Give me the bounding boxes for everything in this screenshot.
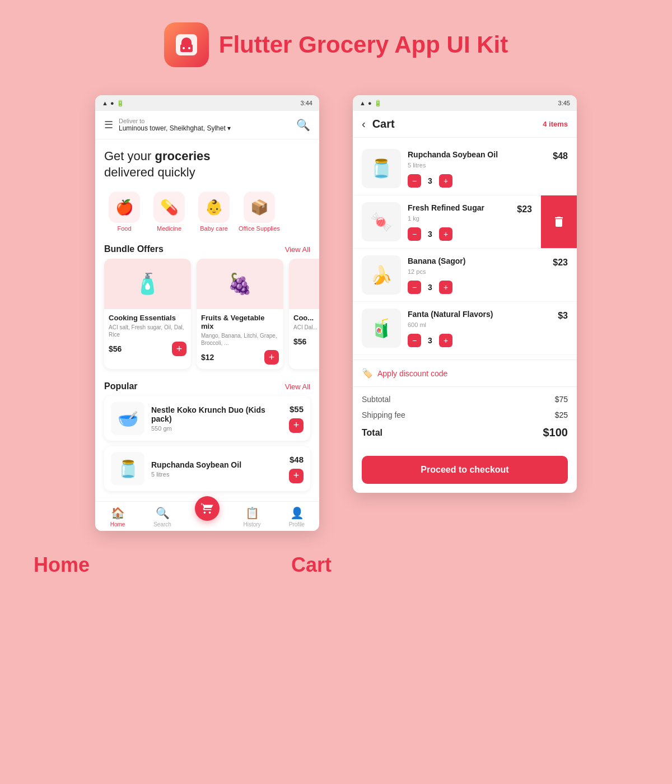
category-office[interactable]: 📦 Office Supplies <box>239 192 280 232</box>
cart-fab-button[interactable] <box>195 496 220 521</box>
total-label: Total <box>362 428 382 438</box>
qty-increase-fanta[interactable]: + <box>439 334 452 347</box>
cart-status-time: 3:45 <box>558 100 570 106</box>
nav-search[interactable]: 🔍 Search <box>140 506 185 528</box>
cart-img-fanta: 🧃 <box>362 309 401 348</box>
total-value: $100 <box>543 426 568 439</box>
nestle-img: 🥣 <box>111 402 144 435</box>
nestle-info: Nestle Koko Krunch Duo (Kids pack) 550 g… <box>151 405 282 432</box>
category-office-label: Office Supplies <box>239 225 280 232</box>
cart-fab-icon <box>201 502 213 515</box>
status-bar-home: ▲ ● 🔋 3:44 <box>95 95 319 111</box>
cart-phone: ▲ ● 🔋 3:45 ‹ Cart 4 items 🫙 Rupchanda So… <box>353 95 577 493</box>
cart-wifi-icon: ▲ <box>360 100 366 106</box>
add-soybean-button[interactable]: + <box>289 469 304 483</box>
cart-sub-soybean: 5 litres <box>408 162 546 169</box>
category-medicine[interactable]: 💊 Medicine <box>149 192 189 232</box>
popular-item-soybean[interactable]: 🫙 Rupchanda Soybean Oil 5 litres $48 + <box>104 446 310 491</box>
home-nav-label: Home <box>110 521 125 528</box>
delete-sugar-button[interactable] <box>541 195 577 248</box>
phones-labels: Home Cart <box>0 542 672 605</box>
back-button[interactable]: ‹ <box>362 118 366 130</box>
qty-decrease-sugar[interactable]: − <box>408 227 421 241</box>
cart-img-sugar: 🍬 <box>362 202 401 241</box>
qty-control-banana: − 3 + <box>408 281 546 294</box>
qty-decrease-fanta[interactable]: − <box>408 334 421 347</box>
nestle-right: $55 + <box>289 404 304 433</box>
qty-increase-soybean[interactable]: + <box>439 174 452 188</box>
bundle-info-fruits: Fruits & Vegetable mix Mango, Banana, Li… <box>197 309 283 369</box>
cart-title: Cart <box>372 118 543 130</box>
popular-title: Popular <box>104 381 138 391</box>
category-food[interactable]: 🍎 Food <box>104 192 144 232</box>
shipping-row: Shipping fee $25 <box>362 407 568 423</box>
cart-label: Cart <box>291 553 515 594</box>
add-cooking-button[interactable]: + <box>172 342 186 356</box>
bundle-footer-cooking: $56 + <box>109 342 186 356</box>
office-icon: 📦 <box>244 192 275 223</box>
bundle-img-fruits: 🍇 <box>197 259 283 309</box>
home-label: Home <box>34 553 258 594</box>
qty-increase-banana[interactable]: + <box>439 281 452 294</box>
medicine-icon: 💊 <box>153 192 185 223</box>
bundle-card-other[interactable]: 🥘 Coo... ACI Dal... $56 + <box>289 259 319 369</box>
bottom-nav: 🏠 Home 🔍 Search 📋 History 👤 Pro <box>95 501 319 531</box>
nav-cart-center[interactable] <box>185 506 230 528</box>
profile-nav-icon: 👤 <box>290 506 304 520</box>
bundle-card-cooking[interactable]: 🧴 Cooking Essentials ACI salt, Fresh sug… <box>104 259 191 369</box>
shipping-value: $25 <box>555 410 568 419</box>
nestle-price: $55 <box>290 404 304 414</box>
popular-item-nestle[interactable]: 🥣 Nestle Koko Krunch Duo (Kids pack) 550… <box>104 396 310 441</box>
bundle-name-cooking: Cooking Essentials <box>109 314 186 322</box>
cart-signal-icon: ● <box>368 100 372 106</box>
cart-info-sugar: Fresh Refined Sugar 1 kg − 3 + <box>408 203 510 240</box>
subtotal-row: Subtotal $75 <box>362 391 568 407</box>
cart-item-sugar: 🍬 Fresh Refined Sugar 1 kg − 3 + $23 <box>353 195 577 249</box>
qty-control-fanta: − 3 + <box>408 334 551 347</box>
cart-item-banana: 🍌 Banana (Sagor) 12 pcs − 3 + $23 <box>353 249 577 302</box>
menu-icon[interactable]: ☰ <box>104 119 113 131</box>
bundle-card-fruits[interactable]: 🍇 Fruits & Vegetable mix Mango, Banana, … <box>197 259 283 369</box>
qty-control-soybean: − 3 + <box>408 174 546 188</box>
qty-decrease-banana[interactable]: − <box>408 281 421 294</box>
add-nestle-button[interactable]: + <box>289 418 304 433</box>
app-logo <box>164 22 209 67</box>
nav-profile[interactable]: 👤 Profile <box>274 506 319 528</box>
nav-home[interactable]: 🏠 Home <box>95 506 140 528</box>
shipping-label: Shipping fee <box>362 410 405 419</box>
checkout-button[interactable]: Proceed to checkout <box>362 456 568 484</box>
deliver-address[interactable]: Luminous tower, Sheikhghat, Sylhet ▾ <box>119 124 296 132</box>
home-nav-icon: 🏠 <box>111 506 125 520</box>
add-fruits-button[interactable]: + <box>264 350 279 365</box>
bundle-name-fruits: Fruits & Vegetable mix <box>201 314 279 330</box>
cart-name-banana: Banana (Sagor) <box>408 256 546 266</box>
nav-history[interactable]: 📋 History <box>230 506 274 528</box>
bundle-footer-other: $56 + <box>293 334 319 349</box>
cart-topbar: ‹ Cart 4 items <box>353 111 577 138</box>
category-food-label: Food <box>117 225 131 232</box>
popular-view-all[interactable]: View All <box>285 382 310 391</box>
bundle-scroll: 🧴 Cooking Essentials ACI salt, Fresh sug… <box>95 259 319 376</box>
qty-increase-sugar[interactable]: + <box>439 227 452 241</box>
search-nav-icon: 🔍 <box>156 506 170 520</box>
app-title: Flutter Grocery App UI Kit <box>219 31 508 58</box>
status-bar-cart: ▲ ● 🔋 3:45 <box>353 95 577 111</box>
discount-label: Apply discount code <box>377 369 447 378</box>
status-time: 3:44 <box>301 100 312 106</box>
search-icon[interactable]: 🔍 <box>296 118 310 132</box>
cart-price-soybean: $48 <box>553 149 568 161</box>
bundle-footer-fruits: $12 + <box>201 350 279 365</box>
svg-rect-2 <box>180 44 193 52</box>
profile-nav-label: Profile <box>289 521 305 528</box>
qty-control-sugar: − 3 + <box>408 227 510 241</box>
bundle-view-all[interactable]: View All <box>285 245 310 254</box>
search-nav-label: Search <box>153 521 171 528</box>
categories-section: 🍎 Food 💊 Medicine 👶 Baby care 📦 Office S… <box>95 185 319 239</box>
qty-num-fanta: 3 <box>426 336 435 345</box>
discount-row[interactable]: 🏷️ Apply discount code <box>353 360 577 386</box>
qty-decrease-soybean[interactable]: − <box>408 174 421 188</box>
order-summary: Subtotal $75 Shipping fee $25 Total $100 <box>353 386 577 451</box>
cart-price-sugar: $23 <box>517 202 532 214</box>
category-baby[interactable]: 👶 Baby care <box>194 192 234 232</box>
bundle-offers-header: Bundle Offers View All <box>95 239 319 259</box>
